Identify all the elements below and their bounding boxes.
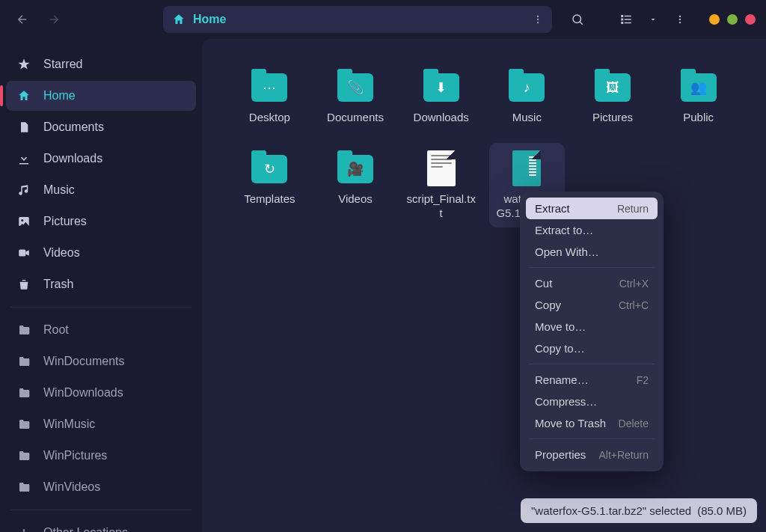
sidebar-item-music[interactable]: Music: [6, 175, 196, 205]
sidebar-item-winvideos[interactable]: WinVideos: [6, 472, 196, 502]
svg-point-11: [679, 19, 681, 20]
folder-icon: ↻: [248, 150, 290, 186]
sidebar-item-trash[interactable]: Trash: [6, 269, 196, 299]
file-item-templates[interactable]: ↻Templates: [232, 143, 307, 228]
folder-icon: ⬇: [420, 69, 462, 105]
sidebar-item-windocuments[interactable]: WinDocuments: [6, 346, 196, 376]
folder-icon: ⋯: [248, 69, 290, 105]
menu-item-copy-to-[interactable]: Copy to…: [526, 337, 658, 359]
menu-item-extract[interactable]: ExtractReturn: [526, 198, 658, 219]
window-controls: [709, 14, 756, 25]
folder-icon: 📎: [334, 69, 376, 105]
status-text: "waterfox-G5.1.tar.bz2" selected: [531, 504, 691, 517]
plus-icon: [16, 525, 31, 532]
folder-icon: [16, 322, 31, 337]
file-item-downloads[interactable]: ⬇Downloads: [403, 61, 479, 132]
file-item-pictures[interactable]: 🖼Pictures: [575, 61, 651, 132]
menu-separator: [529, 438, 655, 439]
menu-item-properties[interactable]: PropertiesAlt+Return: [526, 444, 658, 465]
folder-icon: 🎥: [334, 150, 376, 186]
sidebar-item-root[interactable]: Root: [6, 315, 196, 345]
path-bar[interactable]: Home: [163, 6, 552, 33]
menu-item-move-to-[interactable]: Move to…: [526, 316, 658, 337]
sidebar: StarredHomeDocumentsDownloadsMusicPictur…: [0, 39, 202, 532]
file-label: Templates: [244, 192, 295, 207]
sidebar-item-documents[interactable]: Documents: [6, 112, 196, 142]
menu-item-label: Extract: [535, 202, 570, 215]
menu-item-label: Copy: [535, 299, 561, 311]
breadcrumb-home[interactable]: Home: [193, 13, 226, 26]
view-mode-button[interactable]: [615, 6, 637, 33]
menu-item-label: Open With…: [535, 245, 599, 258]
svg-point-2: [537, 22, 539, 23]
svg-rect-9: [625, 22, 631, 24]
sidebar-item-starred[interactable]: Starred: [6, 49, 196, 79]
menu-separator: [529, 267, 655, 268]
folder-icon: 🖼: [592, 69, 634, 105]
sidebar-item-label: Home: [43, 89, 76, 103]
sidebar-item-winpictures[interactable]: WinPictures: [6, 441, 196, 471]
file-item-public[interactable]: 👥Public: [661, 61, 736, 132]
folder-icon: [16, 417, 31, 432]
file-item-script-final-txt[interactable]: script_Final.txt: [403, 143, 479, 228]
back-button[interactable]: [10, 7, 34, 31]
menu-item-accel: Ctrl+X: [619, 278, 649, 290]
file-label: Music: [512, 111, 542, 125]
sidebar-item-label: Music: [43, 183, 75, 197]
context-menu: ExtractReturnExtract to…Open With…CutCtr…: [520, 192, 664, 471]
svg-rect-7: [625, 16, 631, 17]
home-icon: [16, 88, 31, 103]
image-icon: [16, 214, 31, 229]
sidebar-item-home[interactable]: Home: [6, 81, 196, 111]
sidebar-item-windownloads[interactable]: WinDownloads: [6, 378, 196, 408]
text-file-icon: [420, 150, 462, 186]
file-label: Downloads: [414, 111, 469, 125]
menu-item-label: Rename…: [535, 373, 589, 386]
svg-point-12: [679, 22, 681, 23]
sidebar-item-pictures[interactable]: Pictures: [6, 207, 196, 236]
home-icon: [172, 13, 186, 26]
file-item-documents[interactable]: 📎Documents: [318, 61, 393, 132]
sidebar-item-winmusic[interactable]: WinMusic: [6, 409, 196, 439]
menu-item-cut[interactable]: CutCtrl+X: [526, 272, 658, 294]
menu-item-accel: F2: [637, 374, 649, 386]
file-item-videos[interactable]: 🎥Videos: [318, 143, 393, 228]
sidebar-separator: [10, 510, 192, 510]
menu-item-copy[interactable]: CopyCtrl+C: [526, 294, 658, 316]
sidebar-item-label: Starred: [43, 58, 82, 71]
file-label: Videos: [338, 192, 373, 207]
svg-rect-15: [19, 250, 25, 257]
file-item-desktop[interactable]: ⋯Desktop: [232, 61, 307, 132]
menu-item-open-with-[interactable]: Open With…: [526, 241, 658, 263]
maximize-dot[interactable]: [727, 14, 738, 25]
sidebar-item-label: WinMusic: [43, 418, 95, 431]
menu-item-compress-[interactable]: Compress…: [526, 391, 658, 412]
doc-icon: [16, 120, 31, 135]
forward-button[interactable]: [42, 7, 66, 31]
menu-item-rename-[interactable]: Rename…F2: [526, 369, 658, 391]
menu-item-move-to-trash[interactable]: Move to TrashDelete: [526, 412, 658, 434]
hamburger-menu-button[interactable]: [669, 6, 691, 33]
menu-item-label: Move to…: [535, 320, 586, 333]
sidebar-item-label: WinPictures: [43, 449, 107, 462]
path-menu-icon[interactable]: [533, 13, 543, 26]
sidebar-item-label: Documents: [43, 120, 104, 134]
sidebar-item-downloads[interactable]: Downloads: [6, 144, 196, 174]
folder-icon: [16, 480, 31, 495]
file-label: Public: [683, 111, 714, 125]
menu-item-accel: Return: [617, 203, 649, 215]
sidebar-item-other-locations[interactable]: Other Locations: [6, 518, 196, 532]
sidebar-item-label: WinDownloads: [43, 386, 123, 400]
close-dot[interactable]: [745, 14, 756, 25]
menu-item-accel: Alt+Return: [598, 449, 649, 461]
file-item-music[interactable]: ♪Music: [489, 61, 565, 132]
sidebar-item-videos[interactable]: Videos: [6, 238, 196, 268]
folder-icon: ♪: [506, 69, 548, 105]
search-button[interactable]: [564, 6, 591, 33]
svg-point-0: [537, 16, 539, 17]
minimize-dot[interactable]: [709, 14, 720, 25]
menu-item-extract-to-[interactable]: Extract to…: [526, 219, 658, 241]
view-dropdown-button[interactable]: [642, 6, 664, 33]
video-icon: [16, 245, 31, 260]
file-label: Pictures: [592, 111, 633, 125]
